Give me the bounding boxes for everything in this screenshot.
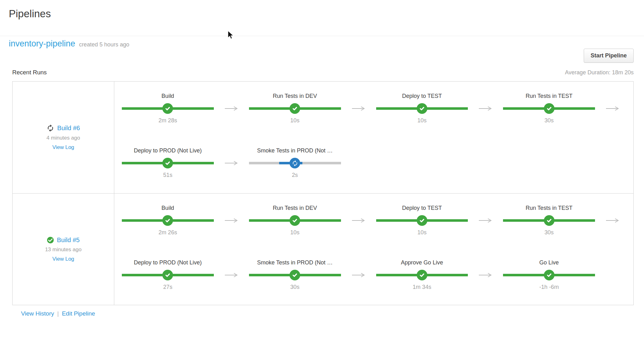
view-history-link[interactable]: View History <box>21 310 54 317</box>
pipelines-screen: Pipelines inventory-pipeline created 5 h… <box>0 0 644 340</box>
stage-duration-label: 10s <box>376 117 468 124</box>
stage-progress-bar <box>249 269 341 281</box>
pipeline-created-label: created 5 hours ago <box>79 39 129 50</box>
run-status-line: Build #5 <box>47 236 79 244</box>
stage-name-label: Go Live <box>503 259 595 266</box>
arrow-right-icon <box>351 273 366 278</box>
run-time-label: 13 minutes ago <box>45 247 81 253</box>
stage-progress-bar <box>249 215 341 226</box>
stage-line: Deploy to PROD (Not Live) 51s Smoke Test… <box>122 147 630 179</box>
pipeline-title-row: inventory-pipeline created 5 hours ago <box>9 38 634 50</box>
pipeline-stage: Build 2m 28s <box>122 92 214 124</box>
stage-status-circle <box>290 215 300 226</box>
pipeline-stage: Smoke Tests in PROD (Not … 30s <box>249 259 341 291</box>
meta-row: Recent Runs Average Duration: 18m 20s <box>12 69 634 76</box>
check-icon <box>292 105 298 112</box>
stage-arrow <box>214 218 249 223</box>
stage-name-label: Build <box>122 204 214 212</box>
stage-duration-label: 30s <box>503 117 595 124</box>
check-icon <box>165 160 171 166</box>
stage-status-circle <box>290 270 300 280</box>
stage-name-label: Smoke Tests in PROD (Not … <box>249 147 341 154</box>
recent-runs-label: Recent Runs <box>12 69 47 76</box>
stage-name-label: Approve Go Live <box>376 259 468 266</box>
arrow-right-icon <box>478 273 493 278</box>
run-time-label: 4 minutes ago <box>46 135 80 141</box>
stage-progress-bar <box>376 269 468 281</box>
stage-duration-label: 10s <box>376 229 468 236</box>
run-stages-cell: Build 2m 28s Run Tests in DEV <box>114 82 633 193</box>
stage-duration-label: 10s <box>249 229 341 236</box>
check-icon <box>419 217 425 224</box>
stage-name-label: Run Tests in DEV <box>249 204 341 212</box>
arrow-right-icon <box>478 106 493 111</box>
stage-progress-bar <box>122 215 214 226</box>
stage-arrow <box>595 218 630 223</box>
pipeline-name-link[interactable]: inventory-pipeline <box>9 38 75 49</box>
stage-name-label: Smoke Tests in PROD (Not … <box>249 259 341 266</box>
check-icon <box>546 217 552 224</box>
check-icon <box>165 217 171 224</box>
stage-line: Deploy to PROD (Not Live) 27s Smoke Test… <box>122 259 630 291</box>
stage-status-circle <box>162 103 173 114</box>
pipeline-stage: Smoke Tests in PROD (Not … 2s <box>249 147 341 179</box>
check-icon <box>292 272 298 278</box>
check-icon <box>165 105 171 112</box>
arrow-right-icon <box>478 218 493 223</box>
arrow-right-icon <box>224 218 239 223</box>
pipeline-stage: Run Tests in TEST 30s <box>503 204 595 236</box>
build-link[interactable]: Build #6 <box>57 125 80 132</box>
stage-name-label: Deploy to PROD (Not Live) <box>122 259 214 266</box>
arrow-right-icon <box>224 273 239 278</box>
build-link[interactable]: Build #5 <box>57 236 79 244</box>
stage-status-circle <box>417 103 427 114</box>
arrow-right-icon <box>351 106 366 111</box>
stage-status-circle <box>544 270 555 280</box>
stage-duration-label: 2s <box>249 171 341 179</box>
stage-status-circle <box>290 103 300 114</box>
check-icon <box>419 105 425 112</box>
stage-progress-bar <box>122 157 214 169</box>
stage-progress-bar <box>249 157 341 169</box>
pipeline-stage: Deploy to TEST 10s <box>376 92 468 124</box>
stage-arrow <box>341 106 376 111</box>
edit-pipeline-link[interactable]: Edit Pipeline <box>62 310 95 317</box>
stage-duration-label: 10s <box>249 117 341 124</box>
pipeline-stage: Run Tests in DEV 10s <box>249 92 341 124</box>
arrow-right-icon <box>351 218 366 223</box>
stage-duration-label: 27s <box>122 283 214 291</box>
stage-status-circle <box>290 158 300 168</box>
run-row: Build #5 13 minutes ago View Log Build 2… <box>13 193 633 305</box>
view-log-link[interactable]: View Log <box>52 256 74 262</box>
pipeline-stage: Deploy to PROD (Not Live) 27s <box>122 259 214 291</box>
run-row: Build #6 4 minutes ago View Log Build 2m… <box>13 82 633 193</box>
pipeline-section: inventory-pipeline created 5 hours ago S… <box>0 36 644 317</box>
pipeline-stage: Go Live -1h -6m <box>503 259 595 291</box>
stage-arrow <box>595 106 630 111</box>
arrow-right-icon <box>224 161 239 166</box>
check-icon <box>165 272 171 278</box>
stage-progress-bar <box>249 103 341 114</box>
stage-arrow <box>214 161 249 166</box>
stage-arrow <box>341 218 376 223</box>
stage-status-circle <box>417 215 427 226</box>
check-icon <box>292 217 298 224</box>
stage-duration-label: 1m 34s <box>376 283 468 291</box>
stage-name-label: Run Tests in TEST <box>503 92 595 100</box>
arrow-right-icon <box>224 106 239 111</box>
arrow-right-icon <box>605 218 620 223</box>
pipeline-stage: Approve Go Live 1m 34s <box>376 259 468 291</box>
start-pipeline-button[interactable]: Start Pipeline <box>584 49 634 63</box>
run-info-cell: Build #5 13 minutes ago View Log <box>13 194 114 305</box>
stage-duration-label: 30s <box>503 229 595 236</box>
stage-progress-bar <box>122 269 214 281</box>
page-title: Pipelines <box>9 8 644 20</box>
view-log-link[interactable]: View Log <box>52 144 74 151</box>
check-icon <box>419 272 425 278</box>
run-stages-cell: Build 2m 26s Run Tests in DEV <box>114 194 633 305</box>
pipeline-stage: Build 2m 26s <box>122 204 214 236</box>
stage-name-label: Build <box>122 92 214 100</box>
stage-progress-bar <box>503 215 595 226</box>
run-info-cell: Build #6 4 minutes ago View Log <box>13 82 114 193</box>
check-icon <box>546 105 552 112</box>
